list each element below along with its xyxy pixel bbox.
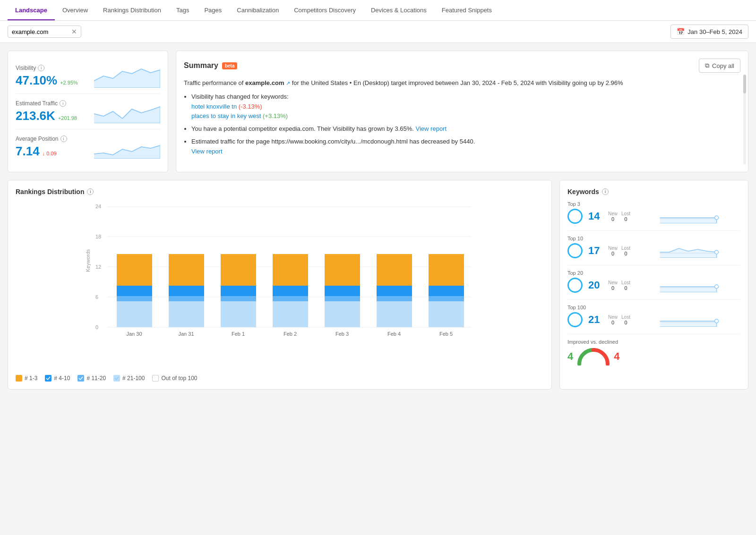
position-chart <box>94 135 160 159</box>
top100-new-lost: New 0 Lost 0 <box>608 314 630 325</box>
legend-11-20[interactable]: # 11-20 <box>77 375 106 382</box>
bar-feb2-top100 <box>273 301 308 327</box>
top20-row: 20 New 0 Lost 0 <box>567 278 740 293</box>
position-change: ↓ 0.09 <box>43 151 57 156</box>
svg-text:Jan 30: Jan 30 <box>126 331 142 337</box>
svg-text:Feb 1: Feb 1 <box>232 331 245 337</box>
nav-pages[interactable]: Pages <box>197 0 229 20</box>
traffic-info-icon[interactable]: i <box>60 100 66 107</box>
legend-1-3-box <box>16 375 22 382</box>
svg-text:Feb 5: Feb 5 <box>439 331 453 337</box>
divider-1 <box>567 230 740 231</box>
top3-label: Top 3 <box>567 201 740 207</box>
keywords-top10: Top 10 17 New 0 Lost 0 <box>567 236 740 258</box>
keyword1-change: (-3.13%) <box>239 103 262 110</box>
scrollbar-thumb[interactable] <box>743 75 746 93</box>
svg-point-23 <box>714 285 718 289</box>
nav-tags[interactable]: Tags <box>169 0 197 20</box>
nav-featured-snippets[interactable]: Featured Snippets <box>434 0 499 20</box>
divider-2 <box>567 265 740 265</box>
bar-feb3-top20 <box>325 296 360 301</box>
bar-jan31-top100 <box>169 301 204 327</box>
top10-minichart <box>636 244 740 258</box>
top20-new-lost: New 0 Lost 0 <box>608 280 630 291</box>
svg-point-25 <box>714 319 718 323</box>
copy-icon: ⧉ <box>705 62 709 69</box>
bar-jan31-top20 <box>169 296 204 301</box>
bar-jan30-top20 <box>117 296 152 301</box>
traffic-change: +201.98 <box>58 115 77 121</box>
divider-3 <box>567 299 740 300</box>
nav-competitors-discovery[interactable]: Competitors Discovery <box>286 0 363 20</box>
domain-input[interactable] <box>12 28 69 35</box>
position-value: 7.14 <box>16 144 40 159</box>
bar-feb4-top20 <box>377 296 412 301</box>
svg-text:0: 0 <box>95 324 98 330</box>
svg-text:Jan 31: Jan 31 <box>178 331 194 337</box>
view-report-2[interactable]: View report <box>191 148 223 155</box>
top3-new-lost: New 0 Lost 0 <box>608 211 630 222</box>
improved-count: 4 <box>567 350 573 363</box>
top20-label: Top 20 <box>567 270 740 276</box>
improved-declined-section: Improved vs. declined 4 4 <box>567 339 740 365</box>
keywords-top3: Top 3 14 New 0 Lost 0 <box>567 201 740 224</box>
traffic-metric: Estimated Traffic i 213.6K +201.98 <box>16 94 160 129</box>
domain-input-wrap[interactable]: ✕ <box>8 25 81 38</box>
declined-count: 4 <box>614 350 619 363</box>
rankings-title: Rankings Distribution i <box>16 188 544 195</box>
top100-minichart <box>636 313 740 327</box>
nav-landscape[interactable]: Landscape <box>8 0 55 20</box>
legend-out-check <box>152 375 159 382</box>
svg-text:12: 12 <box>95 264 101 270</box>
legend-1-3[interactable]: # 1-3 <box>16 375 37 382</box>
nav-devices-locations[interactable]: Devices & Locations <box>363 0 434 20</box>
top10-count: 17 <box>588 245 602 257</box>
keywords-info-icon[interactable]: i <box>602 188 609 195</box>
ivd-label: Improved vs. declined <box>567 339 740 345</box>
legend-out-label: Out of top 100 <box>161 375 197 382</box>
svg-text:Feb 4: Feb 4 <box>387 331 401 337</box>
summary-bullet-2: You have a potential competitor expedia.… <box>191 124 740 134</box>
svg-text:6: 6 <box>95 294 98 300</box>
gauge-chart <box>577 348 610 365</box>
bar-feb4-top100 <box>377 301 412 327</box>
legend-out-top100[interactable]: Out of top 100 <box>152 375 197 382</box>
legend-1-3-label: # 1-3 <box>25 375 37 382</box>
copy-all-button[interactable]: ⧉ Copy all <box>699 59 740 73</box>
divider-4 <box>567 334 740 334</box>
traffic-chart <box>94 100 160 123</box>
visibility-chart <box>94 64 160 88</box>
clear-domain-button[interactable]: ✕ <box>71 28 77 35</box>
keyword1-link[interactable]: hotel knoxville tn <box>191 103 237 110</box>
metrics-panel: Visibility i 47.10% +2.95% Es <box>8 51 168 172</box>
visibility-info-icon[interactable]: i <box>38 65 44 71</box>
legend-21-100[interactable]: # 21-100 <box>113 375 145 382</box>
visibility-change: +2.95% <box>60 80 78 85</box>
nav-overview[interactable]: Overview <box>55 0 95 20</box>
summary-domain: example.com <box>245 79 284 86</box>
keyword2-link[interactable]: places to stay in key west <box>191 112 261 119</box>
legend-4-10-check <box>45 375 52 382</box>
bar-feb5-top100 <box>429 301 464 327</box>
top3-minichart <box>636 209 740 223</box>
legend-4-10[interactable]: # 4-10 <box>45 375 70 382</box>
bar-feb3-top100 <box>325 301 360 327</box>
bar-jan30-top100 <box>117 301 152 327</box>
keywords-panel: Keywords i Top 3 14 New 0 Lost <box>559 180 748 390</box>
top10-new-lost: New 0 Lost 0 <box>608 246 630 256</box>
nav-cannibalization[interactable]: Cannibalization <box>229 0 286 20</box>
main-content: Visibility i 47.10% +2.95% Es <box>0 43 756 397</box>
top10-circle <box>567 243 583 258</box>
date-range-picker[interactable]: 📅 Jan 30–Feb 5, 2024 <box>670 25 748 39</box>
rankings-info-icon[interactable]: i <box>87 188 94 195</box>
nav-rankings-distribution[interactable]: Rankings Distribution <box>95 0 169 20</box>
traffic-value: 213.6K <box>16 109 55 123</box>
top3-row: 14 New 0 Lost 0 <box>567 209 740 224</box>
position-info-icon[interactable]: i <box>60 136 67 142</box>
summary-panel: Summary beta ⧉ Copy all Traffic performa… <box>176 51 748 172</box>
legend-11-20-label: # 11-20 <box>86 375 106 382</box>
view-report-1[interactable]: View report <box>416 125 447 132</box>
rankings-chart-svg: 24 18 12 6 0 Keywords <box>16 201 544 352</box>
svg-point-19 <box>714 216 718 220</box>
keyword2-change: (+3.13%) <box>263 112 288 119</box>
